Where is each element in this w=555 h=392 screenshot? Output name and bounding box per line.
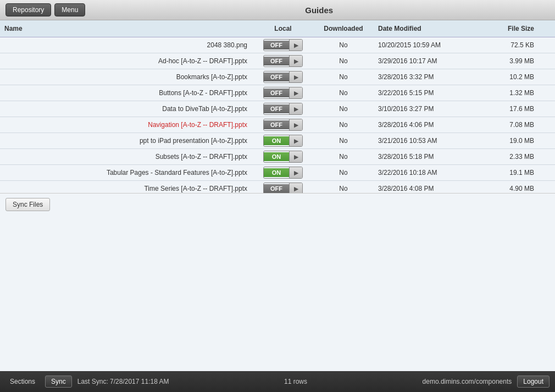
- table-row: 2048 380.pngOFF▶No10/20/2015 10:59 AM72.…: [0, 37, 555, 53]
- toggle-off-label: OFF: [264, 57, 289, 65]
- cell-extra: [539, 187, 555, 190]
- toggle-button[interactable]: ON▶: [263, 135, 303, 147]
- table-row: Buttons [A-to-Z - DRAFT].pptxOFF▶No3/22/…: [0, 85, 555, 101]
- cell-local[interactable]: OFF▶: [253, 101, 313, 117]
- cell-extra: [539, 171, 555, 174]
- toggle-slider: ▶: [289, 56, 302, 67]
- cell-extra: [539, 155, 555, 158]
- cell-date-modified: 10/20/2015 10:59 AM: [374, 40, 484, 51]
- cell-extra: [539, 139, 555, 142]
- cell-local[interactable]: OFF▶: [253, 53, 313, 69]
- toggle-on-label: ON: [264, 136, 289, 145]
- col-header-extra: [539, 24, 555, 34]
- cell-file-size: 4.90 MB: [484, 183, 539, 193]
- toggle-button[interactable]: OFF▶: [263, 183, 303, 193]
- toggle-on-label: ON: [264, 168, 289, 177]
- toggle-button[interactable]: OFF▶: [263, 55, 303, 67]
- menu-button[interactable]: Menu: [54, 3, 85, 16]
- toggle-button[interactable]: OFF▶: [263, 87, 303, 99]
- toggle-slider: ▶: [289, 151, 302, 162]
- sections-label[interactable]: Sections: [5, 376, 40, 388]
- cell-local[interactable]: OFF▶: [253, 85, 313, 101]
- col-header-date-modified: Date Modified: [374, 24, 484, 34]
- cell-downloaded: No: [313, 87, 374, 98]
- table-row: Ad-hoc [A-to-Z -- DRAFT].pptxOFF▶No3/29/…: [0, 53, 555, 69]
- cell-name: Buttons [A-to-Z - DRAFT].pptx: [0, 87, 253, 98]
- table-row: ppt to iPad presentation [A-to-Z].pptxON…: [0, 133, 555, 149]
- cell-downloaded: No: [313, 40, 374, 51]
- cell-file-size: 10.2 MB: [484, 71, 539, 82]
- main-content: Name Local Downloaded Date Modified File…: [0, 20, 555, 371]
- cell-local[interactable]: OFF▶: [253, 69, 313, 85]
- col-header-local: Local: [253, 24, 313, 34]
- cell-date-modified: 3/28/2016 5:18 PM: [374, 151, 484, 162]
- cell-name: Time Series [A-to-Z -- DRAFT].pptx: [0, 183, 253, 193]
- logout-button[interactable]: Logout: [517, 376, 550, 388]
- cell-file-size: 19.0 MB: [484, 135, 539, 146]
- cell-date-modified: 3/28/2016 3:32 PM: [374, 71, 484, 82]
- cell-date-modified: 3/22/2016 5:15 PM: [374, 87, 484, 98]
- toggle-slider: ▶: [289, 71, 302, 82]
- cell-local[interactable]: OFF▶: [253, 37, 313, 53]
- cell-file-size: 19.1 MB: [484, 167, 539, 178]
- cell-extra: [539, 59, 555, 63]
- cell-local[interactable]: OFF▶: [253, 117, 313, 132]
- last-sync-text: Last Sync: 7/28/2017 11:18 AM: [77, 378, 169, 385]
- cell-date-modified: 3/28/2016 4:06 PM: [374, 119, 484, 130]
- toggle-on-label: ON: [264, 152, 289, 161]
- toggle-button[interactable]: ON▶: [263, 151, 303, 163]
- cell-local[interactable]: ON▶: [253, 133, 313, 148]
- col-header-file-size: File Size: [484, 24, 539, 34]
- toggle-button[interactable]: OFF▶: [263, 39, 303, 51]
- cell-name: ppt to iPad presentation [A-to-Z].pptx: [0, 135, 253, 146]
- cell-extra: [539, 91, 555, 95]
- cell-file-size: 2.33 MB: [484, 151, 539, 162]
- toggle-button[interactable]: OFF▶: [263, 103, 303, 115]
- sync-files-area: Sync Files: [0, 193, 555, 216]
- sync-files-button[interactable]: Sync Files: [5, 198, 50, 211]
- cell-name: Bookmarks [A-to-Z].pptx: [0, 71, 253, 82]
- cell-name: 2048 380.png: [0, 40, 253, 51]
- cell-file-size: 72.5 KB: [484, 40, 539, 51]
- cell-downloaded: No: [313, 183, 374, 193]
- toggle-slider: ▶: [289, 40, 302, 51]
- cell-extra: [539, 107, 555, 111]
- top-bar: Repository Menu Guides: [0, 0, 555, 20]
- toggle-off-label: OFF: [264, 184, 289, 193]
- cell-file-size: 1.32 MB: [484, 87, 539, 98]
- toggle-off-label: OFF: [264, 89, 289, 97]
- sync-button[interactable]: Sync: [45, 376, 72, 388]
- table-row: Data to DiveTab [A-to-Z].pptxOFF▶No3/10/…: [0, 101, 555, 117]
- cell-local[interactable]: ON▶: [253, 165, 313, 180]
- toggle-button[interactable]: OFF▶: [263, 71, 303, 83]
- cell-date-modified: 3/29/2016 10:17 AM: [374, 56, 484, 67]
- cell-date-modified: 3/22/2016 10:18 AM: [374, 167, 484, 178]
- cell-downloaded: No: [313, 56, 374, 67]
- toggle-button[interactable]: OFF▶: [263, 119, 303, 131]
- cell-extra: [539, 43, 555, 47]
- toggle-slider: ▶: [289, 135, 302, 146]
- toggle-button[interactable]: ON▶: [263, 167, 303, 179]
- cell-date-modified: 3/10/2016 3:27 PM: [374, 103, 484, 114]
- cell-local[interactable]: ON▶: [253, 149, 313, 164]
- col-header-downloaded: Downloaded: [313, 24, 374, 34]
- table-row: Navigation [A-to-Z -- DRAFT].pptxOFF▶No3…: [0, 117, 555, 133]
- toggle-slider: ▶: [289, 167, 302, 178]
- repository-button[interactable]: Repository: [5, 3, 51, 16]
- cell-date-modified: 3/21/2016 10:53 AM: [374, 135, 484, 146]
- cell-downloaded: No: [313, 71, 374, 82]
- table-body: 2048 380.pngOFF▶No10/20/2015 10:59 AM72.…: [0, 37, 555, 193]
- page-title: Guides: [88, 5, 550, 15]
- table-header: Name Local Downloaded Date Modified File…: [0, 20, 555, 37]
- toggle-slider: ▶: [289, 87, 302, 98]
- toggle-slider: ▶: [289, 103, 302, 114]
- cell-local[interactable]: OFF▶: [253, 181, 313, 193]
- table-row: Bookmarks [A-to-Z].pptxOFF▶No3/28/2016 3…: [0, 69, 555, 85]
- cell-name: Navigation [A-to-Z -- DRAFT].pptx: [0, 119, 253, 130]
- toggle-off-label: OFF: [264, 73, 289, 81]
- bottom-bar: Sections Sync Last Sync: 7/28/2017 11:18…: [0, 371, 555, 392]
- toggle-off-label: OFF: [264, 120, 289, 129]
- server-url: demo.dimins.com/components: [423, 378, 512, 385]
- cell-file-size: 3.99 MB: [484, 56, 539, 67]
- cell-extra: [539, 75, 555, 79]
